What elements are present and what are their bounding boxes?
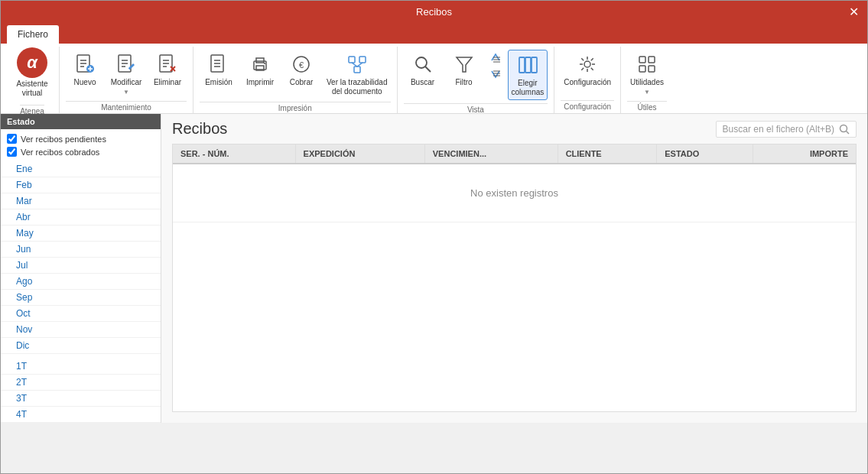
asistente-virtual-label: Asistentevirtual	[16, 80, 47, 98]
ribbon-group-impresion: Emisión Imprimir € Cobrar Ver la trazabi…	[193, 47, 398, 113]
checkbox-cobrados-input[interactable]	[7, 147, 17, 157]
col-expedicion[interactable]: EXPEDICIÓN	[295, 144, 424, 164]
eliminar-label: Eliminar	[154, 78, 181, 87]
modificar-button[interactable]: Modificar ▼	[107, 50, 145, 98]
search-icon	[839, 124, 850, 135]
ribbon-group-utiles: Utilidades ▼ Útiles	[621, 47, 673, 113]
config-icon	[575, 52, 600, 76]
filtro-icon	[452, 52, 476, 76]
checkbox-pendientes-input[interactable]	[7, 134, 17, 144]
table-body: No existen registros	[173, 164, 856, 222]
month-oct[interactable]: Oct	[1, 306, 161, 322]
svg-rect-29	[359, 57, 366, 63]
emision-icon	[206, 52, 231, 76]
col-cliente[interactable]: CLIENTE	[558, 144, 657, 164]
table-header-row: SER. - NÚM. EXPEDICIÓN VENCIMIEN... CLIE…	[173, 144, 856, 164]
ordenar-group	[486, 50, 505, 82]
emision-button[interactable]: Emisión	[200, 50, 238, 89]
records-table: SER. - NÚM. EXPEDICIÓN VENCIMIEN... CLIE…	[173, 144, 856, 222]
svg-rect-30	[354, 67, 360, 73]
svg-point-50	[840, 125, 847, 131]
buscar-button[interactable]: Buscar	[404, 50, 442, 89]
content-area: Estado Ver recibos pendientes Ver recibo…	[1, 114, 867, 423]
svg-rect-44	[532, 57, 537, 73]
trazabilidad-icon	[345, 52, 369, 76]
svg-rect-47	[649, 57, 655, 63]
search-placeholder: Buscar en el fichero (Alt+B)	[723, 124, 834, 135]
month-jul[interactable]: Jul	[1, 258, 161, 274]
utilidades-label: Utilidades	[630, 78, 664, 87]
data-table: SER. - NÚM. EXPEDICIÓN VENCIMIEN... CLIE…	[172, 144, 857, 412]
checkbox-cobrados-label: Ver recibos cobrados	[21, 148, 99, 157]
ordenar-asc-button[interactable]	[486, 50, 505, 65]
svg-rect-23	[256, 58, 264, 63]
svg-line-31	[352, 63, 357, 67]
ribbon-group-configuracion-label: Configuración	[561, 100, 614, 113]
eliminar-button[interactable]: Eliminar	[148, 50, 187, 89]
month-jun[interactable]: Jun	[1, 242, 161, 258]
ribbon-group-configuracion: Configuración Configuración	[554, 47, 621, 113]
sidebar-checkboxes: Ver recibos pendientes Ver recibos cobra…	[1, 129, 161, 161]
quarter-1t[interactable]: 1T	[1, 359, 161, 375]
col-importe[interactable]: IMPORTE	[753, 144, 856, 164]
menu-bar: Fichero	[1, 22, 867, 44]
ribbon-group-mantenimiento-label: Mantenimiento	[66, 101, 187, 114]
month-mar[interactable]: Mar	[1, 193, 161, 209]
utilidades-icon	[635, 52, 659, 76]
imprimir-icon	[248, 52, 272, 76]
month-feb[interactable]: Feb	[1, 177, 161, 193]
filtro-button[interactable]: Filtro	[445, 50, 483, 89]
title-bar: Recibos ✕	[1, 1, 867, 22]
month-nov[interactable]: Nov	[1, 322, 161, 338]
nuevo-button[interactable]: Nuevo	[66, 50, 104, 89]
utilidades-button[interactable]: Utilidades ▼	[627, 50, 667, 98]
svg-rect-28	[349, 57, 355, 63]
modificar-label: Modificar	[111, 78, 142, 87]
search-box[interactable]: Buscar en el fichero (Alt+B)	[716, 121, 857, 138]
svg-rect-43	[525, 57, 531, 73]
month-ago[interactable]: Ago	[1, 274, 161, 290]
buscar-icon	[411, 52, 435, 76]
quarter-4t[interactable]: 4T	[1, 407, 161, 423]
main-content: Recibos Buscar en el fichero (Alt+B) SER…	[161, 114, 867, 423]
col-vencimiento[interactable]: VENCIMIEN...	[424, 144, 558, 164]
checkbox-pendientes[interactable]: Ver recibos pendientes	[7, 134, 154, 144]
configuracion-button[interactable]: Configuración	[561, 50, 614, 89]
quarter-3t[interactable]: 3T	[1, 391, 161, 407]
month-dic[interactable]: Dic	[1, 338, 161, 354]
ribbon-group-atenea: α Asistentevirtual Atenea	[5, 47, 60, 113]
checkbox-cobrados[interactable]: Ver recibos cobrados	[7, 147, 154, 157]
cobrar-button[interactable]: € Cobrar	[282, 50, 320, 89]
month-abr[interactable]: Abr	[1, 209, 161, 226]
buscar-label: Buscar	[411, 78, 434, 87]
svg-rect-42	[519, 57, 525, 73]
ordenar-desc-button[interactable]	[486, 67, 505, 82]
content-header: Recibos Buscar en el fichero (Alt+B)	[161, 114, 867, 144]
svg-point-45	[584, 61, 590, 67]
quarter-2t[interactable]: 2T	[1, 375, 161, 391]
menu-tab-fichero[interactable]: Fichero	[7, 25, 59, 44]
columnas-icon	[515, 53, 540, 77]
configuracion-label: Configuración	[564, 78, 611, 87]
col-ser-num[interactable]: SER. - NÚM.	[173, 144, 295, 164]
checkbox-pendientes-label: Ver recibos pendientes	[21, 135, 106, 144]
svg-line-34	[425, 67, 431, 72]
imprimir-button[interactable]: Imprimir	[241, 50, 279, 89]
filtro-label: Filtro	[455, 78, 472, 87]
ribbon-group-impresion-label: Impresión	[200, 102, 391, 115]
cobrar-icon: €	[289, 52, 314, 76]
elegir-columnas-button[interactable]: Elegircolumnas	[508, 50, 548, 100]
month-ene[interactable]: Ene	[1, 161, 161, 177]
page-title: Recibos	[172, 120, 227, 138]
alpha-icon: α	[17, 47, 47, 78]
close-button[interactable]: ✕	[840, 1, 867, 22]
month-may[interactable]: May	[1, 226, 161, 242]
ver-trazabilidad-button[interactable]: Ver la trazabilidaddel documento	[323, 50, 391, 99]
ribbon-group-utiles-label: Útiles	[627, 101, 667, 114]
ribbon-group-vista: Buscar Filtro Elegircolumn	[398, 47, 555, 113]
month-sep[interactable]: Sep	[1, 290, 161, 306]
col-estado[interactable]: ESTADO	[657, 144, 753, 164]
imprimir-label: Imprimir	[246, 78, 274, 87]
empty-row: No existen registros	[173, 164, 856, 222]
asistente-virtual-button[interactable]: α Asistentevirtual	[13, 45, 51, 100]
